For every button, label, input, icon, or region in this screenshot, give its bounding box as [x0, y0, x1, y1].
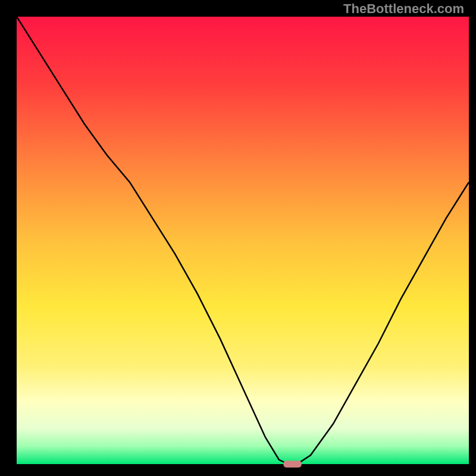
bottleneck-chart: [0, 0, 476, 476]
chart-container: TheBottleneck.com: [0, 0, 476, 476]
watermark-text: TheBottleneck.com: [343, 1, 464, 17]
optimal-marker: [283, 461, 301, 467]
chart-plot-bg: [17, 17, 469, 464]
